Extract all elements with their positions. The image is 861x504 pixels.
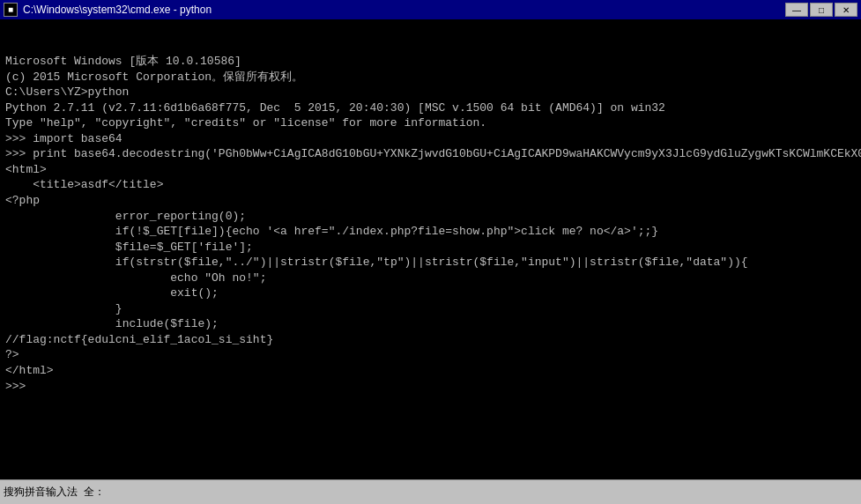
icon-symbol: ■ — [8, 5, 13, 15]
terminal-line: C:\Users\YZ>python — [5, 85, 856, 100]
close-button[interactable]: ✕ — [835, 3, 857, 17]
window-icon: ■ — [4, 3, 18, 17]
minimize-button[interactable]: — — [785, 3, 808, 17]
terminal-line: } — [5, 301, 856, 317]
title-bar: ■ C:\Windows\system32\cmd.exe - python —… — [0, 0, 861, 19]
terminal-line: </html> — [5, 363, 856, 379]
terminal-line: if(strstr($file,"../")||stristr($file,"t… — [5, 255, 856, 271]
terminal-line: <title>asdf</title> — [5, 177, 856, 193]
terminal-line: <?php — [5, 193, 856, 209]
terminal-line: >>> import base64 — [5, 131, 856, 147]
cmd-window: ■ C:\Windows\system32\cmd.exe - python —… — [0, 0, 861, 504]
terminal-area[interactable]: Microsoft Windows [版本 10.0.10586](c) 201… — [0, 19, 861, 479]
terminal-line: error_reporting(0); — [5, 209, 856, 225]
ime-indicator: 搜狗拼音输入法 全： — [4, 485, 105, 500]
title-bar-left: ■ C:\Windows\system32\cmd.exe - python — [4, 3, 212, 17]
terminal-line: <html> — [5, 162, 856, 178]
terminal-line: //flag:nctf{edulcni_elif_1acol_si_siht} — [5, 332, 856, 348]
terminal-line: Python 2.7.11 (v2.7.11:6d1b6a68f775, Dec… — [5, 100, 856, 116]
terminal-line: include($file); — [5, 316, 856, 332]
terminal-line: >>> — [5, 379, 856, 395]
terminal-line: Type "help", "copyright", "credits" or "… — [5, 115, 856, 131]
terminal-line: >>> print base64.decodestring('PGh0bWw+C… — [5, 146, 856, 162]
terminal-line: if(!$_GET[file]){echo '<a href="./index.… — [5, 224, 856, 240]
terminal-line: (c) 2015 Microsoft Corporation。保留所有权利。 — [5, 70, 856, 85]
terminal-line: ?> — [5, 347, 856, 363]
taskbar: 搜狗拼音输入法 全： — [0, 479, 861, 504]
terminal-line: exit(); — [5, 285, 856, 301]
terminal-line: $file=$_GET['file']; — [5, 240, 856, 256]
title-bar-controls: — □ ✕ — [785, 3, 857, 17]
terminal-content: Microsoft Windows [版本 10.0.10586](c) 201… — [5, 54, 856, 394]
window-title: C:\Windows\system32\cmd.exe - python — [23, 4, 212, 16]
maximize-button[interactable]: □ — [810, 3, 833, 17]
terminal-line: echo "Oh no!"; — [5, 271, 856, 286]
terminal-line: Microsoft Windows [版本 10.0.10586] — [5, 54, 856, 70]
